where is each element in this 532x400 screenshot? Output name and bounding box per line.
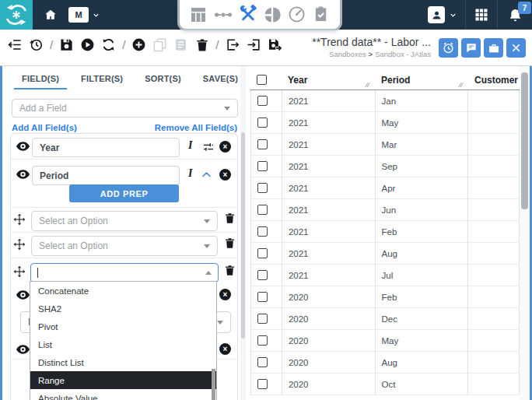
dropdown-item-selected[interactable]: Range [30, 371, 216, 389]
column-header-customer[interactable]: Customer Co [468, 75, 520, 86]
panel-toggle-button[interactable] [7, 37, 23, 53]
row-checkbox[interactable] [257, 292, 268, 302]
drag-move-handle[interactable] [13, 265, 26, 278]
remove-field-button[interactable]: × [219, 289, 231, 300]
cell-period: May [376, 112, 469, 133]
comment-button[interactable] [461, 38, 481, 58]
tools-button-active[interactable] [237, 5, 257, 25]
select-all-checkbox[interactable] [257, 75, 267, 85]
tab-fields[interactable]: FIELD(S) [22, 74, 59, 83]
dropdown-item[interactable]: Distinct List [30, 353, 216, 371]
save-button[interactable] [58, 37, 75, 53]
user-account-button[interactable] [428, 6, 445, 23]
user-chevron-down-icon[interactable] [449, 11, 457, 19]
column-header-period[interactable]: Period [375, 75, 468, 86]
row-checkbox[interactable] [257, 139, 268, 149]
tab-saves[interactable]: SAVE(S) [203, 74, 238, 83]
row-checkbox[interactable] [257, 205, 268, 215]
refresh-button[interactable] [100, 37, 117, 53]
clipboard-check-button[interactable] [311, 5, 331, 25]
add-all-fields-link[interactable]: Add All Field(s) [12, 123, 77, 132]
field-name-input[interactable]: Year [32, 138, 180, 157]
remove-field-button[interactable]: × [219, 141, 231, 153]
row-checkbox[interactable] [257, 161, 268, 171]
delete-prep-button[interactable] [224, 237, 236, 249]
prep-option-select[interactable]: Select an Option [31, 236, 218, 256]
row-checkbox[interactable] [257, 357, 268, 367]
column-header-year[interactable]: Year [282, 75, 375, 86]
visibility-toggle[interactable] [16, 290, 30, 300]
cell-year: 2021 [282, 199, 376, 220]
move-icon [13, 238, 26, 251]
tab-filters[interactable]: FILTER(S) [81, 74, 123, 83]
app-logo[interactable] [0, 0, 33, 30]
row-checkbox[interactable] [257, 248, 268, 258]
gauge-button[interactable] [286, 5, 306, 25]
move-icon [13, 265, 26, 278]
home-button[interactable] [44, 8, 58, 22]
breadcrumb-segment[interactable]: Sandbox - JAtlas [375, 50, 431, 58]
drag-move-handle[interactable] [13, 213, 26, 226]
notifications-button[interactable]: 7 [498, 0, 532, 30]
drag-move-handle[interactable] [13, 238, 26, 251]
add-field-select[interactable]: Add a Field [12, 99, 238, 118]
apps-grid-button[interactable] [474, 7, 489, 23]
row-checkbox[interactable] [257, 183, 268, 193]
dropdown-item[interactable]: List [30, 335, 216, 353]
workspace-chevron-down-icon[interactable] [92, 11, 100, 19]
add-button[interactable] [131, 37, 147, 53]
pie-chart-button[interactable] [262, 5, 282, 25]
italic-format-button[interactable]: I [188, 139, 192, 152]
visibility-toggle[interactable] [16, 170, 30, 179]
table-row: 2021May [250, 112, 520, 134]
paste-button-disabled[interactable] [173, 37, 189, 53]
add-prep-button[interactable]: ADD PREP [69, 184, 179, 202]
prep-function-combobox-focused[interactable] [30, 263, 219, 282]
breadcrumb-separator: > [366, 50, 376, 58]
history-button[interactable] [28, 37, 44, 53]
delete-button[interactable] [194, 37, 210, 53]
remove-all-fields-link[interactable]: Remove All Field(s) [155, 123, 237, 132]
copy-button-disabled[interactable] [152, 37, 168, 53]
row-checkbox[interactable] [257, 270, 268, 280]
row-checkbox[interactable] [257, 96, 268, 106]
panel-scrollbar-thumb[interactable] [241, 132, 245, 339]
row-checkbox[interactable] [257, 226, 268, 237]
visibility-toggle[interactable] [16, 142, 30, 151]
export-button[interactable] [225, 37, 241, 53]
remove-field-button[interactable]: × [219, 169, 231, 181]
delete-prep-button[interactable] [224, 212, 236, 224]
row-checkbox[interactable] [257, 335, 268, 346]
row-checkbox[interactable] [257, 118, 268, 128]
workspace-menu-button[interactable]: M [68, 7, 89, 23]
dropdown-item[interactable]: Concatenate [30, 282, 216, 300]
dropdown-item[interactable]: Pivot [30, 318, 216, 335]
dropdown-item[interactable]: SHA2 [30, 300, 216, 318]
breadcrumb-segment[interactable]: Sandboxes [329, 50, 366, 58]
briefcase-button[interactable] [484, 38, 503, 58]
dropdown-scrollbar-thumb[interactable] [212, 369, 215, 400]
run-button[interactable] [79, 37, 96, 53]
dot-line-button[interactable] [213, 5, 233, 25]
prep-option-select[interactable]: Select an Option [31, 211, 218, 231]
import-button[interactable] [246, 37, 262, 53]
row-checkbox[interactable] [257, 379, 268, 389]
tab-sorts[interactable]: SORT(S) [145, 74, 181, 83]
close-button[interactable] [506, 38, 526, 58]
row-checkbox[interactable] [257, 314, 268, 324]
remove-field-button[interactable]: × [219, 343, 231, 355]
table-chart-button[interactable] [188, 5, 208, 25]
field-settings-button[interactable] [202, 141, 215, 153]
table-scrollbar-thumb[interactable] [521, 72, 528, 209]
table-chart-icon [189, 5, 208, 24]
italic-format-button[interactable]: I [188, 167, 192, 180]
delete-prep-button[interactable] [224, 265, 236, 276]
export-icon [226, 37, 240, 52]
dropdown-item[interactable]: Absolute Value [30, 389, 216, 400]
field-name-input[interactable]: Period [32, 166, 180, 185]
save-export-button[interactable] [267, 37, 283, 53]
collapse-prep-button[interactable] [201, 169, 212, 181]
home-icon [44, 8, 58, 22]
visibility-toggle[interactable] [16, 345, 30, 354]
timer-button[interactable] [439, 38, 458, 58]
